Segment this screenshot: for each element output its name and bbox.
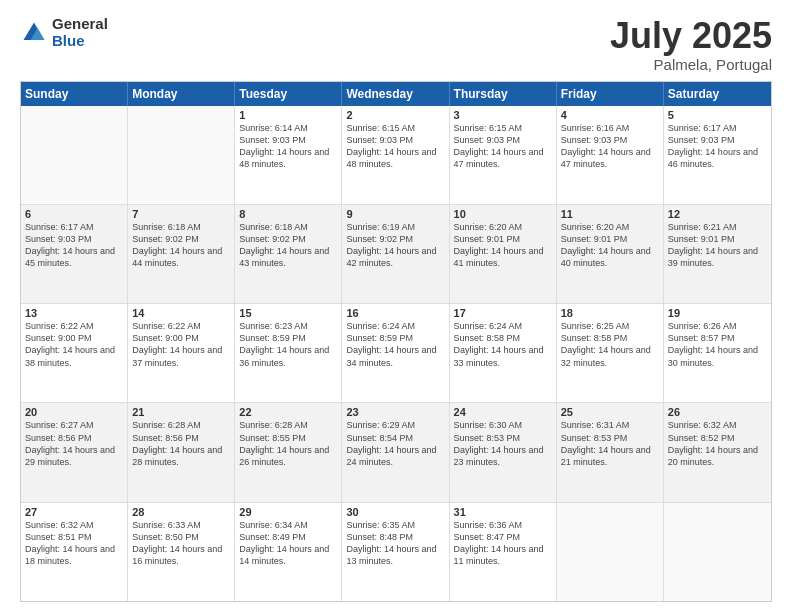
logo-text: General Blue (52, 16, 108, 49)
day-cell-25: 25Sunrise: 6:31 AMSunset: 8:53 PMDayligh… (557, 403, 664, 501)
day-info: Sunrise: 6:18 AMSunset: 9:02 PMDaylight:… (132, 221, 230, 270)
day-cell-20: 20Sunrise: 6:27 AMSunset: 8:56 PMDayligh… (21, 403, 128, 501)
calendar-header: SundayMondayTuesdayWednesdayThursdayFrid… (21, 82, 771, 106)
day-number: 5 (668, 109, 767, 121)
day-number: 13 (25, 307, 123, 319)
day-info: Sunrise: 6:23 AMSunset: 8:59 PMDaylight:… (239, 320, 337, 369)
day-info: Sunrise: 6:20 AMSunset: 9:01 PMDaylight:… (561, 221, 659, 270)
day-cell-7: 7Sunrise: 6:18 AMSunset: 9:02 PMDaylight… (128, 205, 235, 303)
header-day-tuesday: Tuesday (235, 82, 342, 106)
day-cell-29: 29Sunrise: 6:34 AMSunset: 8:49 PMDayligh… (235, 503, 342, 601)
day-number: 17 (454, 307, 552, 319)
day-cell-30: 30Sunrise: 6:35 AMSunset: 8:48 PMDayligh… (342, 503, 449, 601)
day-info: Sunrise: 6:24 AMSunset: 8:58 PMDaylight:… (454, 320, 552, 369)
day-info: Sunrise: 6:35 AMSunset: 8:48 PMDaylight:… (346, 519, 444, 568)
calendar: SundayMondayTuesdayWednesdayThursdayFrid… (20, 81, 772, 602)
day-info: Sunrise: 6:21 AMSunset: 9:01 PMDaylight:… (668, 221, 767, 270)
day-number: 21 (132, 406, 230, 418)
day-cell-22: 22Sunrise: 6:28 AMSunset: 8:55 PMDayligh… (235, 403, 342, 501)
day-info: Sunrise: 6:36 AMSunset: 8:47 PMDaylight:… (454, 519, 552, 568)
day-number: 29 (239, 506, 337, 518)
day-info: Sunrise: 6:32 AMSunset: 8:52 PMDaylight:… (668, 419, 767, 468)
header-day-friday: Friday (557, 82, 664, 106)
day-number: 26 (668, 406, 767, 418)
header-day-thursday: Thursday (450, 82, 557, 106)
day-cell-6: 6Sunrise: 6:17 AMSunset: 9:03 PMDaylight… (21, 205, 128, 303)
day-cell-13: 13Sunrise: 6:22 AMSunset: 9:00 PMDayligh… (21, 304, 128, 402)
day-cell-27: 27Sunrise: 6:32 AMSunset: 8:51 PMDayligh… (21, 503, 128, 601)
day-number: 9 (346, 208, 444, 220)
calendar-week-4: 20Sunrise: 6:27 AMSunset: 8:56 PMDayligh… (21, 402, 771, 501)
day-info: Sunrise: 6:16 AMSunset: 9:03 PMDaylight:… (561, 122, 659, 171)
day-info: Sunrise: 6:14 AMSunset: 9:03 PMDaylight:… (239, 122, 337, 171)
day-number: 11 (561, 208, 659, 220)
calendar-week-2: 6Sunrise: 6:17 AMSunset: 9:03 PMDaylight… (21, 204, 771, 303)
day-number: 6 (25, 208, 123, 220)
page: General Blue July 2025 Palmela, Portugal… (0, 0, 792, 612)
day-info: Sunrise: 6:28 AMSunset: 8:56 PMDaylight:… (132, 419, 230, 468)
day-cell-31: 31Sunrise: 6:36 AMSunset: 8:47 PMDayligh… (450, 503, 557, 601)
day-info: Sunrise: 6:17 AMSunset: 9:03 PMDaylight:… (25, 221, 123, 270)
title-block: July 2025 Palmela, Portugal (610, 16, 772, 73)
day-number: 18 (561, 307, 659, 319)
header-day-sunday: Sunday (21, 82, 128, 106)
day-cell-9: 9Sunrise: 6:19 AMSunset: 9:02 PMDaylight… (342, 205, 449, 303)
day-info: Sunrise: 6:22 AMSunset: 9:00 PMDaylight:… (132, 320, 230, 369)
day-number: 23 (346, 406, 444, 418)
day-cell-26: 26Sunrise: 6:32 AMSunset: 8:52 PMDayligh… (664, 403, 771, 501)
day-number: 4 (561, 109, 659, 121)
calendar-body: 1Sunrise: 6:14 AMSunset: 9:03 PMDaylight… (21, 106, 771, 601)
header: General Blue July 2025 Palmela, Portugal (20, 16, 772, 73)
logo-icon (20, 19, 48, 47)
day-cell-1: 1Sunrise: 6:14 AMSunset: 9:03 PMDaylight… (235, 106, 342, 204)
empty-cell (557, 503, 664, 601)
empty-cell (128, 106, 235, 204)
day-info: Sunrise: 6:24 AMSunset: 8:59 PMDaylight:… (346, 320, 444, 369)
header-day-wednesday: Wednesday (342, 82, 449, 106)
day-cell-17: 17Sunrise: 6:24 AMSunset: 8:58 PMDayligh… (450, 304, 557, 402)
day-number: 30 (346, 506, 444, 518)
title-location: Palmela, Portugal (610, 56, 772, 73)
logo-blue: Blue (52, 33, 108, 50)
day-info: Sunrise: 6:33 AMSunset: 8:50 PMDaylight:… (132, 519, 230, 568)
day-cell-16: 16Sunrise: 6:24 AMSunset: 8:59 PMDayligh… (342, 304, 449, 402)
empty-cell (664, 503, 771, 601)
day-cell-8: 8Sunrise: 6:18 AMSunset: 9:02 PMDaylight… (235, 205, 342, 303)
day-number: 25 (561, 406, 659, 418)
day-cell-18: 18Sunrise: 6:25 AMSunset: 8:58 PMDayligh… (557, 304, 664, 402)
day-info: Sunrise: 6:34 AMSunset: 8:49 PMDaylight:… (239, 519, 337, 568)
empty-cell (21, 106, 128, 204)
day-cell-19: 19Sunrise: 6:26 AMSunset: 8:57 PMDayligh… (664, 304, 771, 402)
day-info: Sunrise: 6:19 AMSunset: 9:02 PMDaylight:… (346, 221, 444, 270)
day-cell-10: 10Sunrise: 6:20 AMSunset: 9:01 PMDayligh… (450, 205, 557, 303)
day-number: 7 (132, 208, 230, 220)
calendar-week-1: 1Sunrise: 6:14 AMSunset: 9:03 PMDaylight… (21, 106, 771, 204)
day-info: Sunrise: 6:18 AMSunset: 9:02 PMDaylight:… (239, 221, 337, 270)
day-cell-5: 5Sunrise: 6:17 AMSunset: 9:03 PMDaylight… (664, 106, 771, 204)
day-info: Sunrise: 6:29 AMSunset: 8:54 PMDaylight:… (346, 419, 444, 468)
day-cell-3: 3Sunrise: 6:15 AMSunset: 9:03 PMDaylight… (450, 106, 557, 204)
day-cell-24: 24Sunrise: 6:30 AMSunset: 8:53 PMDayligh… (450, 403, 557, 501)
day-number: 2 (346, 109, 444, 121)
title-month: July 2025 (610, 16, 772, 56)
day-number: 14 (132, 307, 230, 319)
day-cell-12: 12Sunrise: 6:21 AMSunset: 9:01 PMDayligh… (664, 205, 771, 303)
day-info: Sunrise: 6:15 AMSunset: 9:03 PMDaylight:… (346, 122, 444, 171)
day-cell-28: 28Sunrise: 6:33 AMSunset: 8:50 PMDayligh… (128, 503, 235, 601)
day-number: 28 (132, 506, 230, 518)
day-number: 1 (239, 109, 337, 121)
calendar-week-3: 13Sunrise: 6:22 AMSunset: 9:00 PMDayligh… (21, 303, 771, 402)
day-cell-4: 4Sunrise: 6:16 AMSunset: 9:03 PMDaylight… (557, 106, 664, 204)
day-cell-11: 11Sunrise: 6:20 AMSunset: 9:01 PMDayligh… (557, 205, 664, 303)
day-info: Sunrise: 6:28 AMSunset: 8:55 PMDaylight:… (239, 419, 337, 468)
day-number: 8 (239, 208, 337, 220)
day-info: Sunrise: 6:31 AMSunset: 8:53 PMDaylight:… (561, 419, 659, 468)
header-day-saturday: Saturday (664, 82, 771, 106)
day-info: Sunrise: 6:17 AMSunset: 9:03 PMDaylight:… (668, 122, 767, 171)
logo-general: General (52, 16, 108, 33)
day-cell-23: 23Sunrise: 6:29 AMSunset: 8:54 PMDayligh… (342, 403, 449, 501)
day-info: Sunrise: 6:22 AMSunset: 9:00 PMDaylight:… (25, 320, 123, 369)
calendar-week-5: 27Sunrise: 6:32 AMSunset: 8:51 PMDayligh… (21, 502, 771, 601)
day-cell-15: 15Sunrise: 6:23 AMSunset: 8:59 PMDayligh… (235, 304, 342, 402)
day-number: 19 (668, 307, 767, 319)
